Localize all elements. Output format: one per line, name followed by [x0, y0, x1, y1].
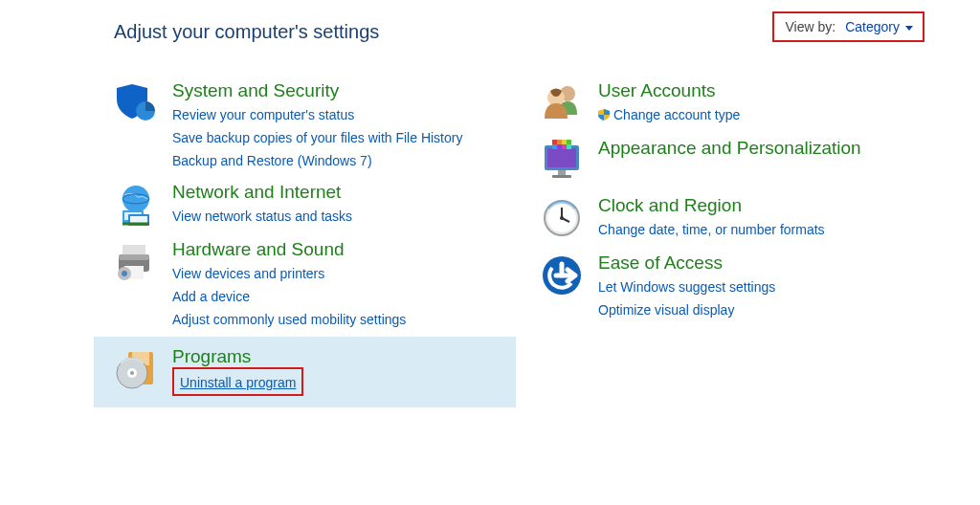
link-network-status[interactable]: View network status and tasks — [172, 207, 352, 226]
category-appearance: Appearance and Personalization — [525, 134, 942, 187]
svg-rect-29 — [552, 144, 557, 149]
svg-point-12 — [122, 271, 127, 276]
globe-network-icon — [113, 182, 159, 228]
category-system-security: System and Security Review your computer… — [100, 77, 516, 174]
monitor-colors-icon — [539, 138, 585, 184]
link-backup-file-history[interactable]: Save backup copies of your files with Fi… — [172, 128, 462, 147]
link-mobility-settings[interactable]: Adjust commonly used mobility settings — [172, 310, 406, 329]
category-user-accounts: User Accounts Change account type — [525, 77, 942, 130]
svg-rect-23 — [558, 170, 566, 175]
category-title-ease-of-access[interactable]: Ease of Access — [598, 252, 775, 274]
link-change-date-time[interactable]: Change date, time, or number formats — [598, 220, 825, 239]
highlight-uninstall: Uninstall a program — [172, 367, 303, 396]
category-clock: Clock and Region Change date, time, or n… — [525, 191, 942, 245]
clock-icon — [539, 195, 585, 241]
chevron-down-icon — [905, 26, 913, 31]
uac-shield-icon — [598, 109, 610, 121]
category-title-clock[interactable]: Clock and Region — [598, 195, 825, 216]
category-network: Network and Internet View network status… — [100, 178, 516, 231]
svg-rect-9 — [119, 254, 149, 260]
link-change-account-type[interactable]: Change account type — [598, 105, 740, 124]
svg-point-1 — [122, 186, 149, 212]
link-backup-restore[interactable]: Backup and Restore (Windows 7) — [172, 151, 372, 170]
category-title-system-security[interactable]: System and Security — [172, 80, 462, 101]
category-title-appearance[interactable]: Appearance and Personalization — [598, 138, 861, 159]
people-icon — [539, 80, 585, 126]
link-uninstall-program[interactable]: Uninstall a program — [180, 373, 296, 392]
ease-of-access-icon — [539, 252, 585, 298]
svg-rect-27 — [562, 140, 567, 144]
link-suggest-settings[interactable]: Let Windows suggest settings — [598, 277, 775, 296]
svg-rect-30 — [557, 144, 562, 149]
svg-rect-28 — [567, 140, 571, 144]
link-devices-printers[interactable]: View devices and printers — [172, 264, 324, 283]
svg-rect-25 — [552, 140, 557, 144]
link-review-status[interactable]: Review your computer's status — [172, 105, 354, 124]
link-add-device[interactable]: Add a device — [172, 287, 250, 306]
view-by-dropdown[interactable]: Category — [845, 19, 913, 34]
svg-rect-32 — [567, 144, 571, 149]
category-title-programs[interactable]: Programs — [172, 346, 303, 367]
svg-point-18 — [130, 371, 134, 375]
svg-rect-24 — [552, 175, 571, 178]
category-title-hardware[interactable]: Hardware and Sound — [172, 239, 406, 260]
svg-rect-31 — [562, 144, 567, 149]
svg-rect-7 — [122, 245, 145, 254]
shield-icon — [113, 80, 159, 126]
category-title-user-accounts[interactable]: User Accounts — [598, 80, 740, 101]
link-optimize-display[interactable]: Optimize visual display — [598, 300, 734, 319]
view-by-label: View by: — [786, 19, 836, 34]
link-change-account-type-text: Change account type — [613, 105, 740, 124]
svg-rect-26 — [557, 140, 562, 144]
disc-box-icon — [113, 346, 159, 392]
svg-rect-6 — [130, 216, 147, 223]
svg-rect-22 — [547, 148, 576, 167]
view-by-dropdown-highlight: View by: Category — [772, 11, 924, 42]
category-ease-of-access: Ease of Access Let Windows suggest setti… — [525, 249, 942, 323]
printer-icon — [113, 239, 159, 285]
view-by-value: Category — [845, 19, 900, 34]
page-title: Adjust your computer's settings — [114, 21, 379, 43]
svg-point-37 — [560, 216, 564, 220]
category-hardware: Hardware and Sound View devices and prin… — [100, 235, 516, 333]
category-title-network[interactable]: Network and Internet — [172, 182, 352, 203]
category-programs: Programs Uninstall a program — [94, 337, 516, 407]
